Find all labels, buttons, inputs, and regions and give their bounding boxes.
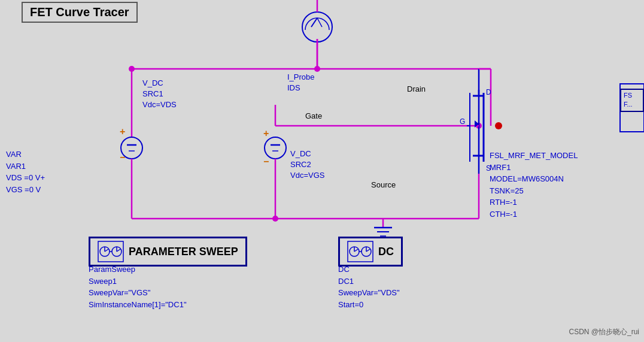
- svg-text:+: +: [263, 128, 269, 138]
- ps-line-4: SimInstanceName[1]="DC1": [89, 299, 187, 311]
- src1-type: V_DC: [142, 78, 177, 89]
- svg-point-47: [495, 122, 502, 129]
- svg-point-19: [302, 12, 332, 42]
- svg-text:−: −: [263, 156, 269, 167]
- sweep-block-label: PARAMETER SWEEP: [129, 246, 238, 258]
- sweep-icon: [98, 241, 124, 262]
- svg-text:−: −: [120, 152, 125, 162]
- dc-block-label: DC: [378, 246, 394, 258]
- svg-point-26: [265, 137, 286, 159]
- watermark: CSDN @怡步晓心_rui: [569, 327, 639, 337]
- dc-line-2: DC1: [338, 276, 400, 287]
- fet-tsnk: TSNK=25: [490, 185, 578, 197]
- svg-point-33: [129, 66, 135, 72]
- dc-line-3: SweepVar="VDS": [338, 287, 400, 299]
- title-text: FET Curve Tracer: [30, 5, 129, 19]
- param-sweep-text: ParamSweep Sweep1 SweepVar="VGS" SimInst…: [89, 264, 187, 310]
- ps-line-3: SweepVar="VGS": [89, 287, 187, 299]
- src1-label: V_DC SRC1 Vdc=VDS: [142, 78, 177, 111]
- svg-text:D: D: [486, 88, 491, 96]
- fet-model-param: MODEL=MW6S004N: [490, 173, 578, 185]
- ps-line-1: ParamSweep: [89, 264, 187, 276]
- dc-line-4: Start=0: [338, 299, 400, 311]
- gate-label: Gate: [305, 111, 322, 122]
- param-sweep-block[interactable]: PARAMETER SWEEP: [89, 237, 247, 267]
- right-ref-box: FS F...: [620, 89, 644, 112]
- src2-type: V_DC: [290, 149, 324, 159]
- fet-model: FSL_MRF_MET_MODEL: [490, 150, 578, 162]
- svg-point-34: [314, 66, 320, 72]
- title-box: FET Curve Tracer: [22, 2, 138, 23]
- ps-line-2: Sweep1: [89, 276, 187, 287]
- right-ref-line1: FS: [624, 91, 640, 100]
- dc-line-1: DC: [338, 264, 400, 276]
- fet-label: FSL_MRF_MET_MODEL MRF1 MODEL=MW6S004N TS…: [490, 150, 578, 220]
- schematic-canvas: FET Curve Tracer VAR VAR1 VDS =0 V+ VGS …: [0, 0, 644, 342]
- iprobe-name: I_Probe: [287, 72, 315, 83]
- right-ref-line2: F...: [624, 100, 640, 109]
- svg-text:G: G: [460, 117, 465, 126]
- svg-line-22: [317, 18, 322, 27]
- dc-icon: [347, 241, 373, 262]
- src2-value: Vdc=VGS: [290, 170, 324, 181]
- src1-name: SRC1: [142, 89, 177, 99]
- fet-cth: CTH=-1: [490, 208, 578, 220]
- svg-point-36: [272, 216, 278, 222]
- iprobe-label: I_Probe IDS: [287, 72, 315, 93]
- src2-label: V_DC SRC2 Vdc=VGS: [290, 149, 324, 181]
- drain-label: Drain: [407, 84, 426, 95]
- dc-text: DC DC1 SweepVar="VDS" Start=0: [338, 264, 400, 310]
- dc-block[interactable]: DC: [338, 237, 403, 267]
- iprobe-label-text: IDS: [287, 83, 315, 93]
- fet-rth: RTH=-1: [490, 196, 578, 208]
- fet-instance: MRF1: [490, 162, 578, 174]
- src1-value: Vdc=VDS: [142, 99, 177, 110]
- src2-name: SRC2: [290, 159, 324, 170]
- source-label: Source: [371, 180, 396, 190]
- svg-text:+: +: [120, 126, 125, 137]
